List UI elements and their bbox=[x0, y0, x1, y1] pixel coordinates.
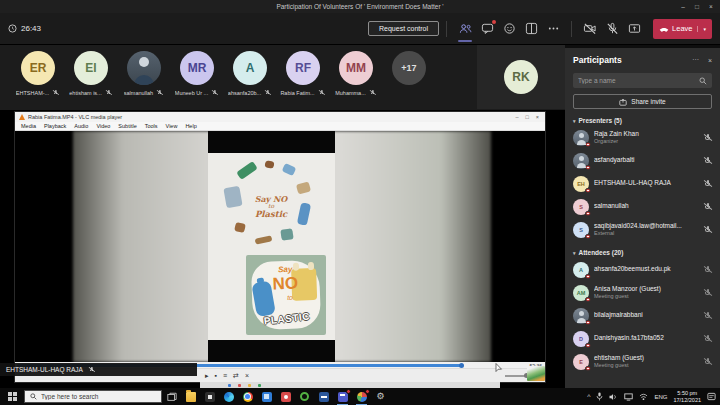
play-icon[interactable]: ▸ bbox=[205, 372, 209, 379]
participant-tile[interactable]: A ahsanfa20b... bbox=[228, 51, 272, 97]
menu-view[interactable]: View bbox=[166, 123, 178, 129]
request-control-button[interactable]: Request control bbox=[368, 21, 439, 36]
seekbar-handle[interactable] bbox=[459, 363, 464, 368]
search-input[interactable] bbox=[578, 77, 695, 84]
extended-settings-icon[interactable]: × bbox=[245, 372, 249, 379]
stop-icon[interactable]: ▪ bbox=[215, 372, 217, 379]
taskbar-search[interactable] bbox=[24, 390, 162, 403]
tray-monitor-icon[interactable] bbox=[624, 393, 633, 401]
start-button[interactable] bbox=[0, 388, 24, 405]
overflow-participants-tile[interactable]: +17 bbox=[387, 51, 431, 85]
breakout-rooms-button[interactable] bbox=[520, 18, 542, 40]
participant-search[interactable] bbox=[573, 73, 712, 88]
close-button[interactable]: × bbox=[704, 0, 718, 13]
taskbar-search-input[interactable] bbox=[41, 393, 156, 400]
participant-name: Muneeb Ur ... bbox=[175, 90, 208, 96]
share-invite-button[interactable]: Share invite bbox=[573, 94, 712, 109]
share-content-button[interactable] bbox=[623, 18, 645, 40]
vlc-close-button[interactable]: × bbox=[536, 114, 539, 120]
participant-row[interactable]: E ehtisham (Guest)Meeting guest bbox=[573, 350, 712, 373]
plastic-cup-brown bbox=[264, 160, 274, 168]
store-app-button[interactable] bbox=[200, 388, 219, 405]
edge-browser-button[interactable] bbox=[219, 388, 238, 405]
loop-icon[interactable]: ⇄ bbox=[233, 372, 239, 379]
camera-toggle-button[interactable] bbox=[579, 18, 601, 40]
leave-options-chevron[interactable]: ▾ bbox=[697, 26, 706, 32]
media-app-button[interactable] bbox=[352, 388, 371, 405]
chrome-browser-button[interactable] bbox=[238, 388, 257, 405]
participant-row[interactable]: S salmanullah bbox=[573, 195, 712, 218]
tray-mic-icon[interactable] bbox=[596, 392, 603, 401]
shared-screen: Rabia Fatima.MP4 - VLC media player – □ … bbox=[0, 110, 565, 388]
mic-muted-icon[interactable] bbox=[703, 311, 712, 320]
language-indicator[interactable]: ENG bbox=[654, 394, 667, 400]
vlc-minimize-button[interactable]: – bbox=[515, 114, 518, 120]
mic-muted-icon[interactable] bbox=[703, 156, 712, 165]
minimize-button[interactable]: – bbox=[676, 0, 690, 13]
more-actions-button[interactable] bbox=[542, 18, 564, 40]
participants-button[interactable] bbox=[454, 18, 476, 40]
participant-tile[interactable]: MR Muneeb Ur ... bbox=[175, 51, 219, 97]
tray-clock[interactable]: 5:50 pm 17/12/2021 bbox=[673, 390, 701, 403]
maximize-button[interactable]: □ bbox=[690, 0, 704, 13]
file-explorer-button[interactable] bbox=[181, 388, 200, 405]
tray-expand-button[interactable]: ^ bbox=[587, 393, 590, 400]
menu-audio[interactable]: Audio bbox=[74, 123, 88, 129]
mic-muted-icon[interactable] bbox=[703, 225, 712, 234]
vlc-maximize-button[interactable]: □ bbox=[525, 114, 528, 120]
mic-muted-icon[interactable] bbox=[703, 288, 712, 297]
menu-video[interactable]: Video bbox=[96, 123, 110, 129]
vlc-titlebar[interactable]: Rabia Fatima.MP4 - VLC media player – □ … bbox=[15, 112, 545, 122]
participant-row[interactable]: Raja Zain KhanOrganizer bbox=[573, 126, 712, 149]
participant-tile[interactable]: EI ehtisham is... bbox=[69, 51, 113, 97]
menu-playback[interactable]: Playback bbox=[44, 123, 66, 129]
playlist-icon[interactable]: ≡ bbox=[223, 372, 227, 379]
mic-muted-icon[interactable] bbox=[703, 265, 712, 274]
mic-toggle-button[interactable] bbox=[601, 18, 623, 40]
tray-network-icon[interactable] bbox=[639, 393, 648, 401]
participant-tile[interactable]: salmanullah bbox=[122, 51, 166, 97]
participant-row[interactable]: S saqibjavaid024.law@hotmail...External bbox=[573, 218, 712, 241]
participant-row[interactable]: AM Anisa Manzoor (Guest)Meeting guest bbox=[573, 281, 712, 304]
participant-tile[interactable]: RF Rabia Fatim... bbox=[281, 51, 325, 97]
mic-muted-icon[interactable] bbox=[703, 357, 712, 366]
mic-muted-icon[interactable] bbox=[703, 133, 712, 142]
reactions-button[interactable] bbox=[498, 18, 520, 40]
red-app-button[interactable] bbox=[276, 388, 295, 405]
window-app-icon bbox=[262, 392, 272, 402]
ring-app-button[interactable] bbox=[295, 388, 314, 405]
participant-tile[interactable]: MM Muhamma... bbox=[334, 51, 378, 97]
participant-row[interactable]: bilalajmalrabbani bbox=[573, 304, 712, 327]
participant-row[interactable]: A ahsanfa20beemust.edu.pk bbox=[573, 258, 712, 281]
participant-tile[interactable]: ER EHTSHAM-... bbox=[16, 51, 60, 97]
participant-row[interactable]: asfandyarbalti bbox=[573, 149, 712, 172]
mic-muted-icon[interactable] bbox=[703, 202, 712, 211]
spotlight-video-tile[interactable]: RK bbox=[477, 45, 565, 109]
menu-media[interactable]: Media bbox=[21, 123, 36, 129]
menu-help[interactable]: Help bbox=[185, 123, 196, 129]
participant-row[interactable]: EH EHTSHAM-UL-HAQ RAJA bbox=[573, 172, 712, 195]
panel-close-button[interactable]: × bbox=[708, 57, 712, 64]
menu-subtitle[interactable]: Subtitle bbox=[118, 123, 136, 129]
participant-row[interactable]: D Danishyasin.fa17bfa052 bbox=[573, 327, 712, 350]
mic-muted-icon[interactable] bbox=[703, 179, 712, 188]
panel-more-button[interactable]: ⋯ bbox=[692, 56, 699, 64]
menu-tools[interactable]: Tools bbox=[145, 123, 158, 129]
teams-app-button[interactable] bbox=[333, 388, 352, 405]
window-app-button[interactable] bbox=[257, 388, 276, 405]
leave-button[interactable]: Leave ▾ bbox=[653, 19, 712, 39]
action-center-icon[interactable] bbox=[707, 392, 716, 401]
settings-button[interactable]: ⚙ bbox=[371, 388, 390, 405]
attendees-section-header[interactable]: ▾ Attendees (20) bbox=[573, 249, 712, 256]
task-view-button[interactable] bbox=[162, 388, 181, 405]
tray-volume-icon[interactable] bbox=[609, 393, 618, 401]
mic-muted-icon[interactable] bbox=[703, 334, 712, 343]
participants-panel: Participants ⋯ × Share invite ▾ Presente… bbox=[565, 48, 720, 388]
plastic-fork bbox=[255, 235, 273, 244]
presenters-section-header[interactable]: ▾ Presenters (5) bbox=[573, 117, 712, 124]
document-app-button[interactable] bbox=[314, 388, 333, 405]
letterbox-bar bbox=[208, 340, 335, 362]
chat-button[interactable] bbox=[476, 18, 498, 40]
vlc-video-area[interactable]: Say NO to Plastic Say NO to bbox=[15, 131, 545, 362]
status-badge bbox=[585, 366, 591, 372]
